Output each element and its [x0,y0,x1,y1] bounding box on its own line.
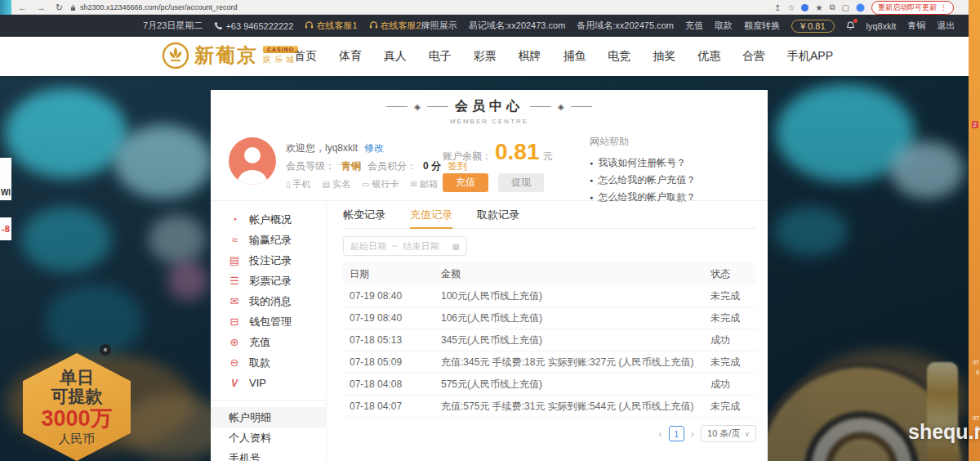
sidebar-item-7[interactable]: ⊖取款 [211,352,326,373]
cell-amount: 106元(人民币线上充值) [434,311,704,325]
tab-0[interactable]: 帐变记录 [343,201,385,228]
forward-icon[interactable]: → [37,2,46,12]
menu-dots-icon[interactable]: ⋮ [940,3,947,11]
nav-item-2[interactable]: 真人 [384,49,407,64]
window-icon[interactable]: ▢ [842,3,849,12]
sidebar-subitem-2[interactable]: 手机号 [211,448,326,461]
verify-item-mail[interactable]: ✉邮箱 [410,178,437,190]
person-icon [229,137,276,185]
verify-label: 银行卡 [372,178,399,190]
verify-item-idcard[interactable]: ▤实名 [323,178,350,190]
star-icon[interactable]: ★ [815,3,822,12]
sidebar-item-3[interactable]: ☰彩票记录 [211,271,326,291]
help-item-1[interactable]: ●怎么给我的帐户充值？ [590,172,757,189]
sidebar-item-8[interactable]: VVIP [211,373,326,393]
notification-bell-button[interactable] [846,21,855,30]
withdraw-button[interactable]: 提现 [498,173,544,192]
idcard-icon: ▤ [323,180,330,189]
sidebar-subitem-0[interactable]: 帐户明细 [211,407,326,427]
table-row-0: 07-19 08:40100元(人民币线上充值)未完成 [343,285,756,307]
chart-icon: ≈ [229,234,240,246]
date-start-placeholder: 起始日期 [350,240,386,253]
verify-item-phone_small[interactable]: ▯手机 [286,178,311,190]
sidebar-subitem-1[interactable]: 个人资料 [211,427,326,448]
share-icon[interactable]: ↥ [774,3,781,12]
topbar-username[interactable]: lyq8xklt [866,21,897,31]
level-label: 会员等级： [286,159,335,173]
back-icon[interactable]: ← [18,2,27,12]
service2-link[interactable]: 在线客服2 [369,20,421,32]
tabs-icon[interactable]: ⧉ [829,2,835,12]
tab-2[interactable]: 取款记录 [477,201,519,228]
background-window-fragment [0,0,11,15]
sidebar-item-5[interactable]: ⊟钱包管理 [211,311,326,332]
help-item-2[interactable]: ●怎么给我的帐户取款？ [590,189,757,206]
nav-item-10[interactable]: 合营 [742,49,765,64]
extension-icon[interactable] [801,4,808,11]
sidebar-item-label: 投注记录 [249,253,292,268]
cell-amount: 充值:345元 手续费:18元 实际到账:327元 (人民币线上充值) [434,356,704,369]
sidebar-divider [211,400,326,401]
nav-item-0[interactable]: 首页 [294,49,317,64]
deposit-button[interactable]: 充值 [443,173,488,192]
nav-item-11[interactable]: 手机APP [787,49,833,64]
sidebar-item-0[interactable]: ◔帐户概况 [211,209,326,230]
decorative-line [571,106,592,107]
verify-item-bankcard[interactable]: ▭银行卡 [362,178,399,190]
sidebar-item-4[interactable]: ✉我的消息 [211,291,326,311]
help-text: 我该如何注册帐号？ [598,156,686,170]
close-promo-button[interactable]: × [100,344,111,356]
prev-page-icon[interactable]: ‹ [658,427,662,440]
help-item-0[interactable]: ●我该如何注册帐号？ [590,154,757,172]
topbar-transfer-link[interactable]: 额度转换 [744,20,780,32]
nav-item-5[interactable]: 棋牌 [519,49,541,64]
sidebar-item-label: 彩票记录 [249,274,292,289]
modify-link[interactable]: 修改 [364,141,384,155]
site-logo[interactable]: 新葡京 CASINO 娱乐城 [162,42,298,69]
nav-item-8[interactable]: 抽奖 [653,49,675,64]
service1-link[interactable]: 在线客服1 [305,20,357,32]
update-browser-button[interactable]: 重新启动即可更新 ⋮ [871,1,954,15]
sidebar-item-label: 输赢纪录 [249,233,292,248]
nav-item-1[interactable]: 体育 [339,49,362,64]
bookmark-icon[interactable]: ☆ [787,3,795,12]
topbar-withdraw-link[interactable]: 取款 [715,20,733,32]
page-size-select[interactable]: 10 条/页 ∨ [701,425,756,442]
date-text: 7月23日星期二 [143,20,203,32]
cell-amount: 345元(人民币线上充值) [434,333,704,347]
sidebar-item-6[interactable]: ⊕充值 [211,332,326,352]
fragment-text: WI [1,188,11,197]
sidebar-item-2[interactable]: ▤投注记录 [211,250,326,271]
nav-item-4[interactable]: 彩票 [474,49,497,64]
wallet-icon: ⊟ [229,316,240,328]
next-page-icon[interactable]: › [691,427,694,440]
reload-icon[interactable]: ↻ [56,2,63,13]
sidebar-item-1[interactable]: ≈输赢纪录 [211,230,326,250]
help-block: 网站帮助 ●我该如何注册帐号？●怎么给我的帐户充值？●怎么给我的帐户取款？ [590,135,757,206]
nav-item-9[interactable]: 优惠 [697,49,720,64]
user-info-block: 欢迎您，lyq8xklt 修改 会员等级： 青铜 会员积分： 0 分 签到 ▯手… [286,139,467,193]
date-range-picker[interactable]: 起始日期 ~ 结束日期 ▦ [343,236,467,256]
nav-item-7[interactable]: 电竞 [608,49,630,64]
date-end-placeholder: 结束日期 [403,240,439,253]
decorative-line [530,106,551,107]
license-link[interactable]: 牌照展示 [421,20,457,32]
cell-status: 未完成 [704,311,756,325]
user-avatar[interactable] [229,137,276,185]
url-bar[interactable]: sh2300.x12346666.com/pc/user/account_rec… [70,0,238,15]
topbar-deposit-link[interactable]: 充值 [685,20,703,32]
welcome-text: 欢迎您，lyq8xklt [286,141,358,155]
minus-icon: ⊖ [229,356,240,369]
nav-item-3[interactable]: 电子 [429,49,452,64]
doc-icon: ▤ [229,254,240,266]
list-icon: ☰ [229,275,240,287]
logout-link[interactable]: 退出 [937,20,955,32]
phone-link[interactable]: +63 9465222222 [214,21,293,31]
page-number[interactable]: 1 [669,426,684,441]
profile-avatar[interactable] [856,3,865,12]
clock-icon: ◔ [229,213,240,226]
verify-label: 邮箱 [420,178,438,190]
balance-pill[interactable]: ¥ 0.81 [791,20,835,33]
tab-1[interactable]: 充值记录 [410,201,452,228]
nav-item-6[interactable]: 捕鱼 [563,49,586,64]
